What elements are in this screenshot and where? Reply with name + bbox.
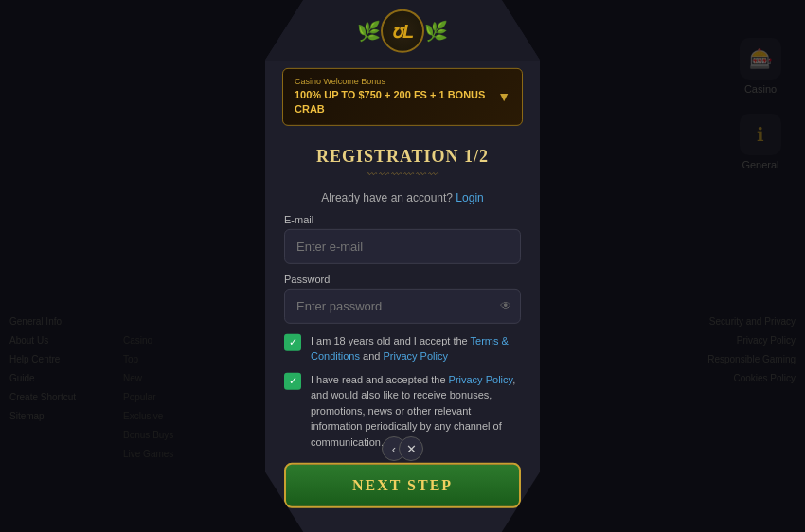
- terms-checkbox[interactable]: ✓: [284, 334, 301, 351]
- toggle-password-icon[interactable]: 👁: [500, 299, 511, 312]
- laurel-left-icon: 🌿: [357, 20, 381, 43]
- bonus-tag: Casino Welcome Bonus: [295, 77, 485, 86]
- login-link[interactable]: Login: [456, 191, 483, 204]
- already-account-text: Already have an account? Login: [265, 191, 540, 204]
- password-form-group: Password 👁: [284, 274, 521, 324]
- modal-deco: 〰〰〰〰〰〰: [284, 168, 521, 180]
- password-input-wrapper: 👁: [284, 289, 521, 324]
- email-form-group: E-mail: [284, 214, 521, 264]
- bonus-content: Casino Welcome Bonus 100% UP TO $750 + 2…: [295, 77, 485, 117]
- privacy-policy-link-1[interactable]: Privacy Policy: [383, 350, 447, 362]
- email-label: E-mail: [284, 214, 521, 225]
- terms-checkbox-row: ✓ I am 18 years old and I accept the Ter…: [284, 333, 521, 364]
- promotions-checkbox[interactable]: ✓: [284, 373, 301, 390]
- modal-title: Registration 1/2: [284, 147, 521, 167]
- terms-label: I am 18 years old and I accept the Terms…: [311, 333, 521, 364]
- next-step-button[interactable]: Next Step: [284, 463, 521, 508]
- modal-header: 🌿 ʊL 🌿: [265, 0, 540, 61]
- privacy-policy-link-2[interactable]: Privacy Policy: [449, 374, 513, 385]
- laurel-right-icon: 🌿: [424, 20, 448, 43]
- bonus-main: 100% UP TO $750 + 200 FS + 1 BONUS CRAB: [295, 88, 485, 117]
- logo-circle: ʊL: [381, 9, 424, 53]
- password-input[interactable]: [284, 289, 521, 324]
- bonus-chevron-icon: ▼: [497, 89, 510, 104]
- modal-close-button[interactable]: ✕: [399, 436, 423, 461]
- email-input[interactable]: [284, 229, 521, 264]
- password-label: Password: [284, 274, 521, 285]
- modal-form-body: E-mail Password 👁 ✓ I am 18 years old an…: [265, 214, 540, 451]
- bonus-banner[interactable]: Casino Welcome Bonus 100% UP TO $750 + 2…: [282, 68, 523, 126]
- modal-title-section: Registration 1/2 〰〰〰〰〰〰: [265, 133, 540, 186]
